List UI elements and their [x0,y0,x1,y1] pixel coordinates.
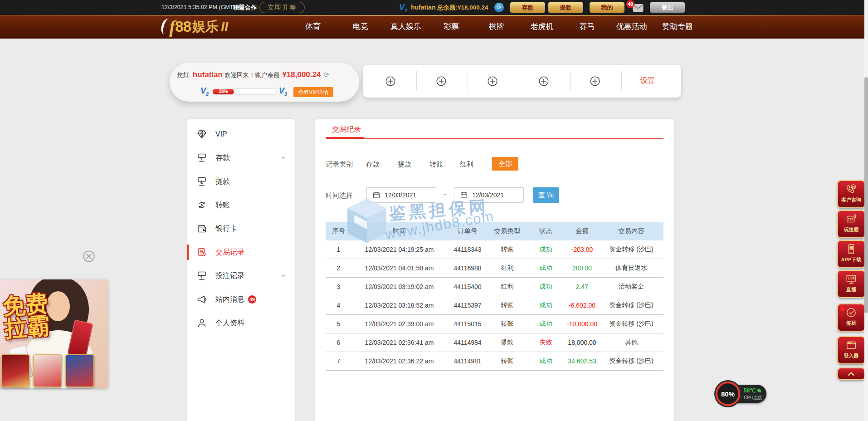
sidebar-item-9[interactable]: 个人资料 [187,311,295,335]
filter-option[interactable]: 转账 [429,160,443,169]
promo-art [46,291,70,321]
sidebar-item-6[interactable]: 交易记录 [187,240,295,264]
promo-thumbnail[interactable] [1,354,30,387]
promo-thumbnail[interactable] [65,354,94,387]
date-from-input[interactable]: 12/03/2021 [366,187,436,203]
logo-word: 娱乐 [192,18,219,36]
cell-content: 活动奖金 [599,278,663,296]
tab-transaction-records[interactable]: 交易纪录 [332,125,361,134]
filter-option[interactable]: 提款 [398,160,411,169]
chevron-up-icon [846,369,856,379]
chevron-up-icon [280,155,287,163]
cell-order-number: 44115397 [447,296,488,315]
vip-detail-button[interactable]: 查看VIP详情 [293,87,333,97]
refresh-balance-icon[interactable]: ⟳ [323,71,329,78]
main-nav: f 88 娱乐 II 体育电竞真人娱乐彩票棋牌老虎机赛马优惠活动赞助专题 [0,15,868,39]
table-row: 312/03/2021 03:19:02 am44115400红利成功2.47活… [326,278,663,296]
sidebar: VIP存款提款$转账银行卡交易记录投注记录站内消息49个人资料 [187,119,295,421]
chevron-up-icon [280,273,287,281]
sidebar-item-label: 投注记录 [215,271,244,281]
nav-item[interactable]: 赞助专题 [662,15,693,39]
cell-order-number: 44114984 [447,333,488,352]
sidebar-item-2[interactable]: 存款 [187,146,295,170]
wallet-icon [196,223,207,234]
nav-item[interactable]: 优惠活动 [616,15,647,39]
float-button-launcher[interactable]: 登入器 [837,336,865,364]
add-shortcut-button[interactable] [435,75,447,87]
cell-order-number: 44116988 [447,259,488,278]
site-logo[interactable]: f 88 娱乐 II [161,15,228,39]
sidebar-item-5[interactable]: 银行卡 [187,217,295,240]
cell-type: 提款 [488,333,527,352]
alliance-link[interactable]: 联盟合作 [233,0,257,15]
scrollbar-thumb[interactable] [864,77,868,313]
filter-option-active[interactable]: 全部 [492,157,518,171]
sidebar-item-label: VIP [215,130,227,138]
nav-item[interactable]: 棋牌 [489,15,504,39]
divider [621,71,622,91]
deposit-button[interactable]: 存款 [510,2,545,13]
nav-item[interactable]: 体育 [305,15,321,39]
nav-item[interactable]: 真人娱乐 [390,15,421,39]
filter-category-label: 记录类别 [326,160,353,169]
promo-close-icon[interactable] [83,250,95,263]
tab-divider-line [326,138,663,139]
float-button-support-24h[interactable]: 24客户咨询 [837,180,865,208]
search-button[interactable]: 查 询 [533,187,559,203]
sidebar-item-8[interactable]: 站内消息49 [187,288,295,311]
unread-badge: 49 [248,295,256,304]
cell-time: 12/03/2021 04:01:58 am [351,259,447,278]
upgrade-button[interactable]: 立即升等 [259,2,305,13]
nav-item[interactable]: 电竞 [353,15,368,39]
mine-button[interactable]: 我的 [590,2,624,13]
add-shortcut-button[interactable] [538,75,550,87]
float-button-check-in[interactable]: 签到 [837,304,865,332]
cell-content: 资金转移 (沙巴) [599,240,663,259]
date-range-separator: - [444,191,446,198]
logout-button[interactable]: 登出 [650,2,685,13]
filter-option[interactable]: 红利 [460,160,473,169]
page: 12/3/2021 5:35:02 PM (GMT +8) 联盟合作 立即升等 … [0,0,868,421]
date-to-input[interactable]: 12/03/2021 [454,187,524,203]
mail-badge: 49 [626,0,634,8]
sidebar-item-label: 个人资料 [215,318,244,328]
add-shortcut-button[interactable] [385,75,396,87]
withdraw-button[interactable]: 提款 [548,2,583,13]
sidebar-item-3[interactable]: 提款 [187,170,295,193]
gem-icon [196,129,207,140]
vip-progress-bar: 28% [212,88,277,95]
settings-button[interactable]: 设置 [640,76,655,86]
column-header: 交易内容 [599,222,663,240]
main-panel: 交易纪录 记录类别 存款提款转账红利全部 时间选择 12/03/2021 - 1… [315,119,674,421]
refresh-balance-icon[interactable]: ⟳ [494,3,504,12]
cell-amount: -203.00 [565,240,599,259]
add-shortcut-button[interactable] [487,75,498,87]
nav-item[interactable]: 彩票 [444,15,459,39]
promo-thumbnail[interactable] [33,354,62,387]
top-bar: 12/3/2021 5:35:02 PM (GMT +8) 联盟合作 立即升等 … [0,0,868,15]
nav-item[interactable]: 老虎机 [531,15,554,39]
logo-number: 88 [175,18,191,35]
float-button-live-stream[interactable]: LIVE直播 [837,270,865,298]
cell-status: 成功 [527,315,565,333]
support-24h-icon: 24 [845,183,857,195]
column-header: 序号 [326,222,351,240]
app-download-icon [845,243,857,255]
cell-type: 转账 [488,315,527,333]
nav-item[interactable]: 赛马 [579,15,595,39]
sidebar-item-4[interactable]: $转账 [187,193,295,217]
collapse-arrow-button[interactable] [837,367,865,380]
float-button-app-download[interactable]: APP下载 [837,240,865,268]
add-shortcut-button[interactable] [589,75,601,87]
slot-machine-icon: 777 [845,213,857,225]
float-button-slot-machine[interactable]: 777玩拉霸 [837,210,865,238]
sidebar-item-1[interactable]: VIP [187,122,295,146]
cell-content: 体育日返水 [599,259,663,278]
table-header-row: 序号时间订单号交易类型状态金额交易内容 [326,222,663,240]
cell-amount: 2.47 [565,278,599,296]
filter-option[interactable]: 存款 [366,160,380,169]
cell-index: 4 [326,296,351,315]
column-header: 状态 [527,222,565,240]
float-button-label: 登入器 [839,352,863,360]
sidebar-item-7[interactable]: 投注记录 [187,264,295,288]
